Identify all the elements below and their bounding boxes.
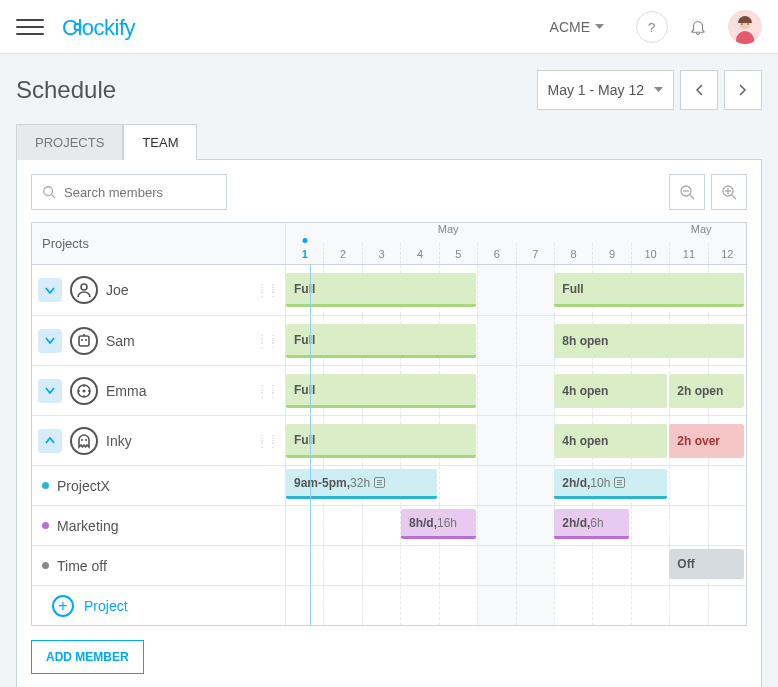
expand-toggle[interactable] <box>38 379 62 403</box>
svg-point-28 <box>85 439 87 441</box>
drag-handle[interactable]: ⋮⋮⋮⋮ <box>257 386 279 396</box>
assignment-name: ProjectX <box>57 478 110 494</box>
next-button[interactable] <box>724 70 762 110</box>
tab-projects[interactable]: PROJECTS <box>16 124 123 160</box>
schedule-bar[interactable]: 2h open <box>669 374 744 408</box>
schedule-bar[interactable]: Off <box>669 549 744 579</box>
caret-down-icon <box>595 24 604 30</box>
member-avatar-icon <box>70 377 98 405</box>
drag-handle[interactable]: ⋮⋮⋮⋮ <box>257 336 279 346</box>
add-member-button[interactable]: ADD MEMBER <box>31 640 144 674</box>
member-name: Emma <box>106 383 146 399</box>
schedule-bar[interactable]: Full <box>286 273 476 307</box>
day-header: 4 <box>400 243 438 264</box>
caret-down-icon <box>654 87 663 93</box>
drag-handle[interactable]: ⋮⋮⋮⋮ <box>257 285 279 295</box>
day-header: 6 <box>477 243 515 264</box>
day-header: 2 <box>323 243 361 264</box>
menu-button[interactable] <box>16 13 44 41</box>
svg-point-18 <box>81 339 83 341</box>
day-header: 9 <box>592 243 630 264</box>
day-header: 3 <box>362 243 400 264</box>
svg-point-27 <box>81 439 83 441</box>
day-header: 5 <box>439 243 477 264</box>
tab-team[interactable]: TEAM <box>123 124 197 160</box>
schedule-bar[interactable]: Full <box>286 424 476 458</box>
day-header: 10 <box>631 243 669 264</box>
svg-point-6 <box>747 23 749 25</box>
expand-toggle[interactable] <box>38 329 62 353</box>
svg-line-11 <box>690 195 694 199</box>
page-title: Schedule <box>16 76 116 104</box>
search-icon <box>42 184 56 200</box>
schedule-bar[interactable]: Full <box>286 374 476 408</box>
date-range-picker[interactable]: May 1 - May 12 <box>537 70 674 110</box>
expand-toggle[interactable] <box>38 278 62 302</box>
svg-text:?: ? <box>648 20 655 34</box>
member-name: Sam <box>106 333 135 349</box>
month-label: May <box>438 223 459 243</box>
day-header: 7 <box>516 243 554 264</box>
grid-corner-label: Projects <box>32 223 286 265</box>
member-avatar-icon <box>70 427 98 455</box>
user-avatar[interactable] <box>728 10 762 44</box>
member-name: Joe <box>106 282 129 298</box>
schedule-bar[interactable]: 8h open <box>554 324 744 358</box>
svg-point-24 <box>83 395 85 397</box>
svg-line-8 <box>52 195 55 198</box>
schedule-bar[interactable]: 4h open <box>554 374 667 408</box>
svg-line-15 <box>732 195 736 199</box>
workspace-name: ACME <box>550 19 590 35</box>
svg-point-19 <box>85 339 87 341</box>
prev-button[interactable] <box>680 70 718 110</box>
schedule-bar[interactable]: Full <box>554 273 744 307</box>
svg-point-16 <box>81 284 87 290</box>
assignment-name: Marketing <box>57 518 118 534</box>
help-button[interactable]: ? <box>636 11 668 43</box>
note-icon <box>374 477 385 488</box>
svg-point-26 <box>88 390 90 392</box>
svg-point-25 <box>78 390 80 392</box>
expand-toggle[interactable] <box>38 429 62 453</box>
schedule-bar[interactable]: 2h over <box>669 424 744 458</box>
zoom-in-button[interactable] <box>711 174 747 210</box>
svg-point-5 <box>741 23 743 25</box>
day-header-row: 123456789101112 <box>286 243 746 265</box>
member-avatar-icon <box>70 276 98 304</box>
zoom-out-button[interactable] <box>669 174 705 210</box>
schedule-bar[interactable]: Full <box>286 324 476 358</box>
plus-icon: + <box>52 595 74 617</box>
project-color-dot <box>42 482 49 489</box>
add-project-button[interactable]: +Project <box>42 595 128 617</box>
search-input-wrapper[interactable] <box>31 174 227 210</box>
day-header: 11 <box>669 243 707 264</box>
project-color-dot <box>42 522 49 529</box>
search-input[interactable] <box>64 185 216 200</box>
day-header: 8 <box>554 243 592 264</box>
assignment-name: Time off <box>57 558 107 574</box>
date-range-text: May 1 - May 12 <box>548 82 644 98</box>
svg-text:Clockify: Clockify <box>62 15 136 40</box>
logo: Clockify <box>62 12 182 41</box>
project-color-dot <box>42 562 49 569</box>
day-header: 1 <box>286 243 323 264</box>
svg-rect-17 <box>79 336 89 346</box>
schedule-bar[interactable]: 2h/d, 6h <box>554 509 629 539</box>
schedule-bar[interactable]: 8h/d, 16h <box>401 509 476 539</box>
schedule-bar[interactable]: 2h/d, 10h <box>554 469 667 499</box>
member-avatar-icon <box>70 327 98 355</box>
note-icon <box>614 477 625 488</box>
notifications-button[interactable] <box>682 11 714 43</box>
svg-point-7 <box>44 187 53 196</box>
member-name: Inky <box>106 433 132 449</box>
svg-point-22 <box>83 389 86 392</box>
drag-handle[interactable]: ⋮⋮⋮⋮ <box>257 436 279 446</box>
day-header: 12 <box>708 243 746 264</box>
schedule-bar[interactable]: 4h open <box>554 424 667 458</box>
svg-point-23 <box>83 385 85 387</box>
workspace-selector[interactable]: ACME <box>550 19 604 35</box>
schedule-bar[interactable]: 9am-5pm, 32h <box>286 469 437 499</box>
schedule-grid: Projects May May 123456789101112 Joe⋮⋮⋮⋮… <box>31 222 747 626</box>
month-label: May <box>691 223 746 243</box>
